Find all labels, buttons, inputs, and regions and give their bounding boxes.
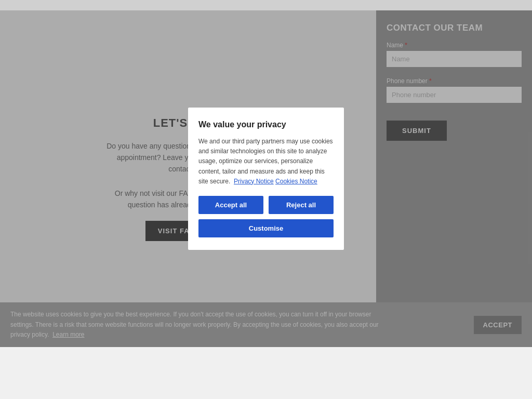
privacy-notice-link[interactable]: Privacy Notice [234, 178, 274, 185]
modal-body: We and our third party partners may use … [198, 137, 334, 187]
reject-all-button[interactable]: Reject all [269, 196, 334, 214]
privacy-modal: We value your privacy We and our third p… [188, 108, 344, 250]
modal-overlay: We value your privacy We and our third p… [0, 10, 532, 347]
accept-all-button[interactable]: Accept all [198, 196, 263, 214]
cookies-notice-link[interactable]: Cookies Notice [275, 178, 317, 185]
main-content: LET'S TALK Do you have any questions or … [0, 10, 532, 347]
customise-button[interactable]: Customise [198, 219, 334, 237]
modal-primary-buttons: Accept all Reject all [198, 196, 334, 214]
top-bar [0, 0, 532, 10]
modal-title: We value your privacy [198, 120, 334, 129]
